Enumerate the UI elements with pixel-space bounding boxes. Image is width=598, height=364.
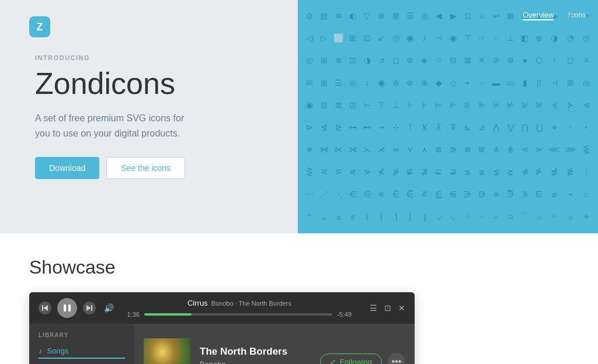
icon-cell: ⋐	[432, 138, 446, 160]
icon-cell: ⊡	[346, 94, 360, 116]
icon-cell: ⊳	[303, 116, 317, 138]
icon-cell: ⬡	[532, 49, 547, 71]
skip-back-button[interactable]	[39, 302, 51, 314]
icon-cell: ⋬	[546, 160, 562, 183]
progress-fill	[144, 313, 192, 316]
time-remaining: -5:49	[337, 311, 356, 318]
icon-cell: ⊡	[360, 27, 375, 49]
icon-cell: ⋃	[532, 116, 547, 138]
icon-cell: ⋿	[532, 183, 547, 205]
icon-cell: ⊕	[418, 72, 432, 94]
icon-cell: ⌕	[562, 205, 579, 229]
icon-cell: ⌁	[562, 183, 579, 205]
library-songs-item[interactable]: ♪ Songs	[39, 344, 125, 359]
icon-cell: ⋂	[517, 116, 532, 138]
icon-cell: ⌀	[546, 183, 562, 205]
icon-cell: ⋎	[403, 138, 418, 160]
icon-cell: ◎	[346, 72, 360, 94]
icon-cell: ☰	[331, 72, 346, 94]
track-artist-subtitle: Bonobo · The North Borders	[211, 300, 291, 307]
player-progress-area: Cirrus Bonobo · The North Borders 1:36 -…	[123, 299, 356, 318]
icon-cell: ⊲	[579, 94, 593, 116]
volume-icon[interactable]: 🔊	[104, 303, 114, 313]
icon-cell: ⋙	[562, 138, 579, 160]
icon-cell: ⋺	[460, 183, 475, 205]
icon-cell: ◎	[303, 49, 317, 71]
library-label: LIBRARY	[39, 332, 125, 338]
icon-cell: ◷	[579, 27, 593, 49]
icon-cell: ⋠	[374, 160, 389, 183]
icon-cell: ←	[489, 27, 503, 49]
icon-cell: ♫	[475, 5, 489, 27]
icon-cell: ▭	[503, 72, 518, 94]
icon-cell: ⋢	[403, 160, 418, 183]
showcase-title: Showcase	[29, 257, 569, 278]
player-top-bar: 🔊 Cirrus Bonobo · The North Borders 1:36	[29, 292, 415, 324]
album-artist: Bonobo	[200, 360, 311, 365]
icon-cell: ◎	[579, 72, 593, 94]
close-player-button[interactable]: ✕	[398, 303, 405, 313]
hero-left: Z INTRODUCING Zondicons A set of free pr…	[0, 0, 298, 233]
progress-bar[interactable]	[144, 313, 332, 316]
icon-cell: ◁	[303, 27, 317, 49]
skip-forward-button[interactable]	[83, 302, 96, 314]
icon-cell: ⋖	[517, 138, 532, 160]
album-art-image	[144, 338, 190, 364]
icon-cell: ◔	[562, 27, 579, 49]
play-pause-button[interactable]	[57, 298, 77, 318]
icon-cell: ⌐	[489, 205, 503, 229]
progress-row: 1:36 -5:49	[123, 311, 356, 318]
icon-cell: ✉	[303, 72, 317, 94]
icon-cell: ⌄	[317, 205, 332, 229]
icon-cell: ♬	[374, 49, 389, 71]
icon-cell: ⊶	[346, 116, 360, 138]
icon-cell: ⊾	[460, 116, 475, 138]
playlist-icon[interactable]: ☰	[370, 303, 377, 313]
icon-cell: ⌍	[446, 205, 461, 229]
see-icons-button[interactable]: See the icons	[106, 157, 185, 179]
player-album-area: The North Borders Bonobo Ninja Tune ✓ Fo…	[134, 324, 415, 364]
icon-cell: ⋆	[579, 116, 593, 138]
icon-cell: ●	[517, 49, 532, 71]
more-options-button[interactable]: •••	[388, 353, 405, 364]
icon-cell: ◈	[418, 49, 432, 71]
icon-cell: ⊢	[360, 94, 375, 116]
icon-cell: ⋒	[460, 138, 475, 160]
icon-cell: ⋰	[317, 183, 332, 205]
icon-cell: ◻	[389, 49, 404, 71]
repeat-icon[interactable]: ⊡	[384, 303, 391, 313]
icon-cell: ⋜	[317, 160, 332, 183]
icon-cell: ◧	[517, 27, 532, 49]
icon-cell: ⋛	[303, 160, 317, 183]
nav-icons[interactable]: Icons	[568, 10, 586, 20]
player-bottom: LIBRARY ♪ Songs The North Borders Bonobo…	[29, 324, 415, 364]
nav-overview[interactable]: Overview	[523, 10, 554, 20]
icon-cell: ⋹	[446, 183, 461, 205]
icon-cell: ⋲	[346, 183, 360, 205]
icon-cell: ⋨	[489, 160, 503, 183]
icon-cell: ⋼	[489, 183, 503, 205]
icon-cell: ⋁	[503, 116, 518, 138]
icon-cell: ⊸	[374, 116, 389, 138]
download-button[interactable]: Download	[35, 157, 99, 179]
icon-cell: ⋾	[517, 183, 532, 205]
icon-cell: ⊩	[446, 94, 461, 116]
icon-cell: ⌇	[360, 205, 375, 229]
icon-cell: ⊗	[331, 49, 346, 71]
icon-cell: ⋋	[360, 138, 375, 160]
icon-cell: ⊞	[317, 72, 332, 94]
icon-cell: ↙	[374, 27, 389, 49]
icon-cell: ◉	[403, 27, 418, 49]
icon-cell: ⋧	[475, 160, 489, 183]
icon-cell: ≋	[331, 5, 346, 27]
icon-cell: ⊥	[389, 94, 404, 116]
icons-grid: ⊙▤≋◐▽⊗⊞☰◎◀▶⊡♫↩⊠⊟⊕◈✦✈◁▷⬜⊞⊡↙◷◉♪⊣◉⊤☞←⊥◧⊕◑◔◷…	[298, 0, 598, 233]
icon-cell: ⊞	[346, 27, 360, 49]
icon-cell: ◑	[360, 49, 375, 71]
icon-cell: ⌂	[579, 183, 593, 205]
icon-cell: ⊕	[389, 72, 404, 94]
icon-cell: ⊯	[532, 94, 547, 116]
following-button[interactable]: ✓ Following	[320, 354, 382, 365]
icon-cell: ◻	[562, 49, 579, 71]
icon-cell: ⋷	[418, 183, 432, 205]
